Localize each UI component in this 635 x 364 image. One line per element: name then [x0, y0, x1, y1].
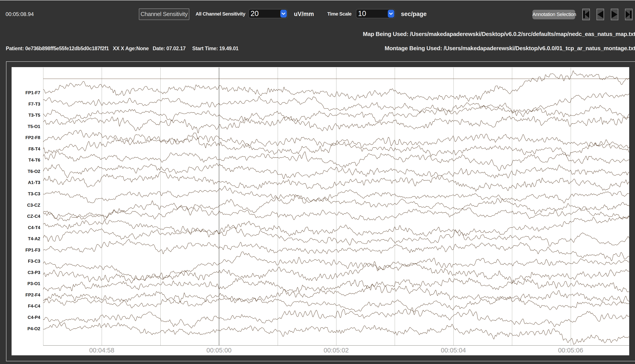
svg-text:00:05:06: 00:05:06	[558, 347, 583, 354]
svg-text:A1-T3: A1-T3	[28, 180, 40, 185]
svg-text:FP2-F4: FP2-F4	[25, 292, 41, 297]
svg-text:C3-CZ: C3-CZ	[27, 203, 40, 208]
svg-text:00:04:58: 00:04:58	[89, 347, 114, 354]
svg-text:C4-P4: C4-P4	[28, 315, 41, 320]
svg-text:F3-C3: F3-C3	[28, 259, 40, 264]
svg-text:T4-T6: T4-T6	[29, 158, 40, 162]
svg-text:CZ-C4: CZ-C4	[27, 214, 41, 219]
svg-text:F8-T4: F8-T4	[29, 146, 41, 151]
svg-text:FP1-F7: FP1-F7	[25, 90, 40, 95]
svg-text:00:05:04: 00:05:04	[441, 347, 466, 354]
svg-text:C3-P3: C3-P3	[28, 270, 40, 275]
svg-text:T3-C3: T3-C3	[28, 191, 40, 196]
svg-text:F4-C4: F4-C4	[28, 304, 40, 308]
svg-text:P3-O1: P3-O1	[27, 281, 40, 286]
svg-text:T4-A2: T4-A2	[28, 236, 40, 241]
svg-text:T5-O1: T5-O1	[28, 124, 40, 129]
svg-text:00:05:00: 00:05:00	[206, 347, 232, 354]
svg-text:FP2-F8: FP2-F8	[25, 135, 40, 140]
svg-text:T6-O2: T6-O2	[28, 169, 40, 174]
svg-text:F7-T3: F7-T3	[29, 102, 40, 106]
svg-text:FP1-F3: FP1-F3	[25, 248, 40, 252]
svg-text:00:05:02: 00:05:02	[324, 347, 349, 354]
svg-text:C4-T4: C4-T4	[28, 225, 40, 230]
svg-text:P4-O2: P4-O2	[27, 326, 40, 331]
svg-text:T3-T5: T3-T5	[29, 113, 40, 118]
